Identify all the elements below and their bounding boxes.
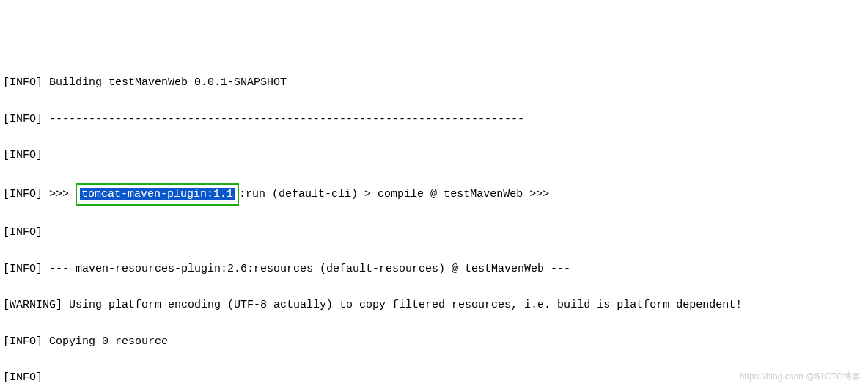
log-suffix: :run (default-cli) > compile @ testMaven… xyxy=(239,188,549,200)
log-prefix: [INFO] >>> xyxy=(3,188,69,200)
log-line: [INFO] xyxy=(3,224,865,242)
log-line: [WARNING] Using platform encoding (UTF-8… xyxy=(3,297,865,315)
log-line: [INFO] --- maven-resources-plugin:2.6:re… xyxy=(3,261,865,279)
log-line: [INFO] xyxy=(3,369,865,388)
log-line: [INFO] Copying 0 resource xyxy=(3,333,865,352)
log-line: [INFO] Building testMavenWeb 0.0.1-SNAPS… xyxy=(3,74,865,92)
log-line-highlight: [INFO] >>> tomcat-maven-plugin:1.1:run (… xyxy=(3,183,865,206)
watermark: https://blog.csdn @51CTO博客 xyxy=(740,370,861,385)
selected-text[interactable]: tomcat-maven-plugin:1.1 xyxy=(80,188,235,200)
plugin-highlight-box: tomcat-maven-plugin:1.1 xyxy=(76,183,239,206)
log-line: [INFO] ---------------------------------… xyxy=(3,111,865,129)
log-line: [INFO] xyxy=(3,147,865,165)
